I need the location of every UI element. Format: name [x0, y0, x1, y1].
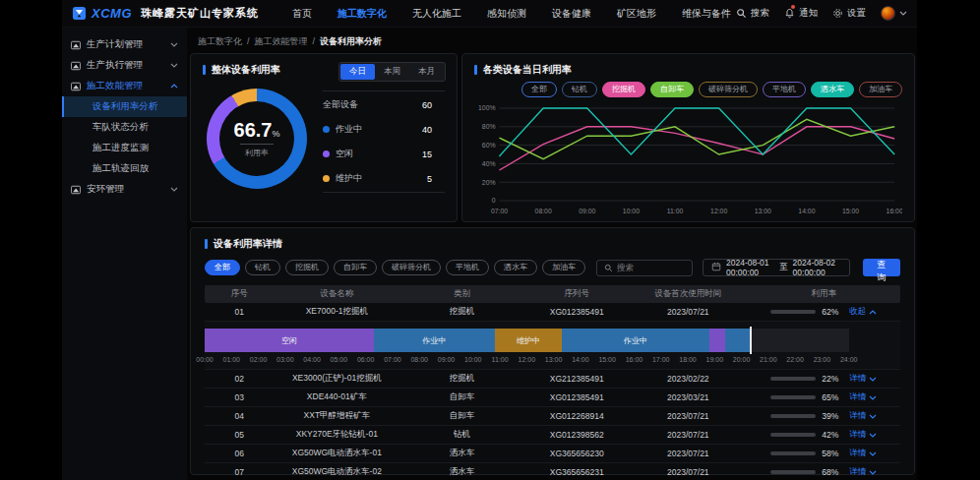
column-header: 设备首次使用时间 — [629, 288, 747, 300]
search-box[interactable] — [596, 260, 693, 276]
axis-tick: 06:00 — [357, 356, 375, 363]
nav-item-感知侦测[interactable]: 感知侦测 — [487, 7, 526, 21]
tab-今日[interactable]: 今日 — [340, 64, 375, 80]
details-panel-title: 设备利用率详情 — [214, 237, 282, 251]
filter-chip-全部[interactable]: 全部 — [205, 260, 240, 275]
legend-item-全部设备[interactable]: 全部设备60 — [323, 92, 445, 117]
axis-tick: 03:00 — [276, 356, 294, 363]
series-chip-洒水车[interactable]: 洒水车 — [811, 82, 854, 97]
cell-serial: XG365656230 — [524, 449, 629, 458]
title-accent — [203, 65, 206, 75]
date-range-picker[interactable]: 2024-08-01 00:00:00 至 2024-08-02 00:00:0… — [703, 259, 850, 276]
filter-chip-钻机[interactable]: 钻机 — [245, 260, 280, 275]
chevron-down-icon — [899, 11, 907, 16]
settings-button[interactable]: 设置 — [832, 7, 866, 20]
series-chip-全部[interactable]: 全部 — [521, 82, 557, 97]
axis-tick: 18:00 — [679, 356, 697, 363]
sidebar-item-施工进度监测[interactable]: 施工进度监测 — [62, 138, 187, 158]
series-chip-破碎筛分机[interactable]: 破碎筛分机 — [699, 82, 758, 97]
axis-tick: 22:00 — [786, 356, 804, 363]
nav-item-无人化施工[interactable]: 无人化施工 — [412, 7, 461, 21]
cell-first_use: 2023/07/21 — [629, 430, 747, 440]
tab-本月[interactable]: 本月 — [409, 64, 444, 80]
notifications-button[interactable]: 通知 — [784, 7, 818, 20]
search-button[interactable]: 搜索 — [736, 7, 769, 20]
axis-tick: 01:00 — [223, 356, 241, 363]
sidebar-group-安环管理[interactable]: 安环管理 — [62, 179, 187, 200]
calendar-icon — [711, 262, 721, 273]
nav-item-施工数字化[interactable]: 施工数字化 — [337, 7, 387, 21]
collapse-link[interactable]: 收起 — [849, 306, 877, 318]
filter-chip-自卸车[interactable]: 自卸车 — [334, 260, 377, 275]
progress-bar — [770, 470, 816, 474]
axis-tick: 21:00 — [760, 356, 777, 363]
timeline-segment-作业中: 作业中 — [374, 329, 495, 352]
cell-first_use: 2023/02/22 — [629, 374, 747, 384]
module-icon — [71, 82, 81, 91]
breadcrumb-separator: / — [313, 36, 316, 46]
nav-item-首页[interactable]: 首页 — [292, 7, 312, 21]
nav-item-维保与备件[interactable]: 维保与备件 — [682, 7, 731, 21]
axis-tick: 10:00 — [464, 356, 482, 363]
sidebar-item-车队状态分析[interactable]: 车队状态分析 — [62, 117, 187, 138]
breadcrumb-item[interactable]: 施工数字化 — [198, 35, 242, 48]
series-chip-钻机[interactable]: 钻机 — [562, 82, 597, 97]
sidebar: 生产计划管理生产执行管理施工效能管理设备利用率分析车队状态分析施工进度监测施工轨… — [62, 28, 187, 480]
column-header: 设备名称 — [275, 288, 399, 300]
progress-bar — [770, 377, 816, 381]
legend-item-维护中[interactable]: 维护中5 — [323, 166, 445, 191]
user-menu[interactable] — [881, 6, 907, 21]
search-input[interactable] — [617, 263, 685, 272]
filter-chip-洒水车[interactable]: 洒水车 — [494, 260, 537, 275]
legend-item-作业中[interactable]: 作业中40 — [323, 117, 445, 142]
cell-name: XE7000-1挖掘机 — [275, 306, 399, 318]
series-chip-挖掘机[interactable]: 挖掘机 — [602, 82, 645, 97]
details-link[interactable]: 详情 — [849, 373, 877, 385]
legend-item-空闲[interactable]: 空闲15 — [323, 142, 445, 166]
utilization-details-panel: 设备利用率详情 全部钻机挖掘机自卸车破碎筛分机平地机洒水车加油车 2024-08… — [190, 227, 915, 475]
main-content: 施工数字化/施工效能管理/设备利用率分析 整体设备利用率 今日本周本月 — [187, 28, 917, 480]
sidebar-item-设备利用率分析[interactable]: 设备利用率分析 — [62, 96, 187, 117]
details-link[interactable]: 详情 — [849, 448, 877, 459]
timeline-segment — [725, 329, 750, 352]
filter-chip-加油车[interactable]: 加油车 — [542, 260, 585, 275]
filter-chip-平地机[interactable]: 平地机 — [446, 260, 489, 275]
svg-text:07:00: 07:00 — [491, 208, 508, 214]
sidebar-group-施工效能管理[interactable]: 施工效能管理 — [62, 76, 187, 96]
sidebar-group-生产计划管理[interactable]: 生产计划管理 — [62, 34, 187, 55]
svg-text:10:00: 10:00 — [623, 208, 640, 214]
series-chip-自卸车[interactable]: 自卸车 — [650, 82, 694, 97]
filter-chip-挖掘机[interactable]: 挖掘机 — [285, 260, 329, 275]
donut-center: 66.7% 利用率 — [207, 89, 307, 189]
sidebar-group-生产执行管理[interactable]: 生产执行管理 — [62, 55, 187, 76]
filter-chip-破碎筛分机[interactable]: 破碎筛分机 — [382, 260, 441, 275]
timeline-segment-空闲: 空闲 — [205, 329, 374, 352]
axis-tick: 13:00 — [545, 356, 563, 363]
chevron-up-icon — [170, 84, 178, 89]
chevron-down-icon — [170, 42, 178, 47]
utilization-percent: 65% — [822, 392, 843, 402]
nav-item-设备健康[interactable]: 设备健康 — [552, 7, 591, 21]
series-chip-加油车[interactable]: 加油车 — [859, 82, 902, 97]
search-icon — [736, 8, 747, 19]
details-link[interactable]: 详情 — [849, 391, 877, 403]
query-button[interactable]: 查询 — [863, 259, 900, 276]
tab-本周[interactable]: 本周 — [375, 64, 409, 80]
date-separator: 至 — [779, 262, 788, 273]
cell-type: 洒水车 — [399, 466, 524, 478]
nav-item-矿区地形[interactable]: 矿区地形 — [617, 7, 656, 21]
breadcrumb-item[interactable]: 施工效能管理 — [255, 35, 308, 48]
sidebar-group-label: 安环管理 — [87, 183, 124, 196]
overall-utilization-panel: 整体设备利用率 今日本周本月 66.7% 利用率 — [190, 53, 458, 222]
utilization-percent: 68% — [822, 467, 843, 477]
sidebar-item-施工轨迹回放[interactable]: 施工轨迹回放 — [62, 158, 187, 179]
axis-tick: 17:00 — [652, 356, 670, 363]
details-link[interactable]: 详情 — [849, 410, 877, 422]
series-chip-平地机[interactable]: 平地机 — [763, 82, 806, 97]
svg-text:09:00: 09:00 — [579, 208, 595, 214]
period-tabs: 今日本周本月 — [338, 62, 446, 82]
details-link[interactable]: 详情 — [849, 429, 877, 441]
svg-text:16:00: 16:00 — [887, 208, 902, 214]
details-link[interactable]: 详情 — [849, 466, 877, 478]
utilization-cell: 42%详情 — [747, 429, 900, 441]
